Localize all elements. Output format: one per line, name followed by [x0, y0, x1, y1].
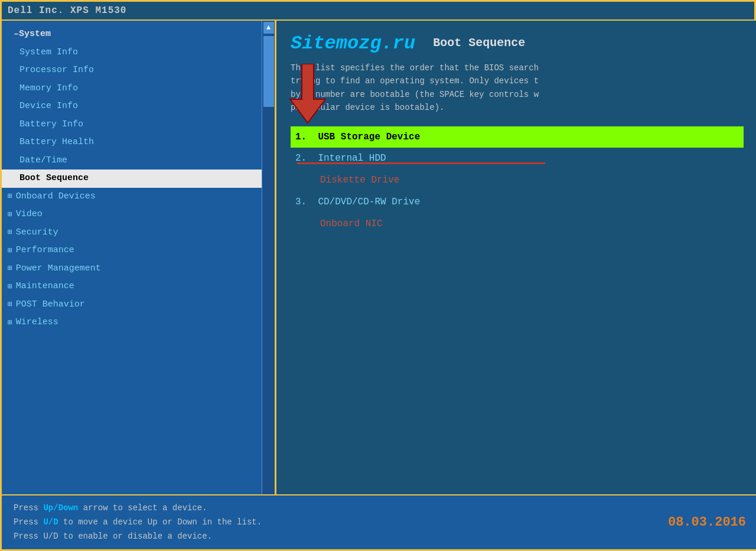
sidebar-item-performance[interactable]: ⊞ Performance: [2, 242, 275, 260]
video-label: Video: [16, 208, 43, 221]
sidebar-item-wireless[interactable]: ⊞ Wireless: [2, 314, 275, 332]
scrollbar-up-button[interactable]: ▲: [263, 22, 274, 34]
sidebar-item-power-management[interactable]: ⊞ Power Management: [2, 260, 275, 278]
sidebar-item-onboard-devices[interactable]: ⊞ Onboard Devices: [2, 188, 275, 206]
expand-icon-onboard: ⊞: [8, 191, 12, 203]
wireless-label: Wireless: [16, 316, 58, 330]
sidebar-item-system[interactable]: –System: [2, 25, 275, 44]
boot-sequence-list: 1. USB Storage Device 2. Internal HDD Di…: [291, 126, 744, 235]
security-label: Security: [16, 226, 58, 240]
sidebar-item-device-info[interactable]: Device Info: [2, 97, 275, 116]
highlight-ud: U/D: [43, 517, 58, 527]
expand-icon-wireless: ⊞: [8, 317, 12, 329]
performance-label: Performance: [16, 244, 74, 257]
processor-info-label: Processor Info: [19, 64, 94, 77]
expand-icon-post: ⊞: [8, 299, 12, 311]
section-title: Boot Sequence: [433, 36, 525, 50]
boot-item-hdd-label: 2. Internal HDD: [295, 150, 386, 167]
expand-icon-maintenance: ⊞: [8, 281, 12, 293]
battery-info-label: Battery Info: [19, 118, 83, 132]
scrollbar-track: ▲ ▼: [262, 21, 275, 517]
boot-item-diskette[interactable]: Diskette Drive: [291, 169, 744, 191]
expand-icon-video: ⊞: [8, 209, 12, 221]
maintenance-label: Maintenance: [16, 280, 74, 294]
sidebar-item-video[interactable]: ⊞ Video: [2, 206, 275, 224]
bios-frame: Dell Inc. XPS M1530 –System System Info …: [0, 0, 756, 551]
expand-icon-security: ⊞: [8, 227, 12, 239]
title-bar: Dell Inc. XPS M1530: [2, 2, 754, 21]
site-name: Sitemozg.ru: [291, 32, 415, 54]
sidebar-item-system-info[interactable]: System Info: [2, 44, 275, 62]
left-panel: –System System Info Processor Info Memor…: [2, 21, 276, 517]
sidebar-item-processor-info[interactable]: Processor Info: [2, 61, 275, 80]
status-bar: Press Up/Down arrow to select a device. …: [2, 494, 756, 549]
right-panel-header: Sitemozg.ru Boot Sequence: [291, 32, 744, 54]
boot-item-diskette-label: Diskette Drive: [320, 172, 399, 189]
sidebar-item-memory-info[interactable]: Memory Info: [2, 80, 275, 98]
expand-icon-performance: ⊞: [8, 245, 12, 257]
boot-sequence-label: Boot Sequence: [19, 172, 89, 185]
power-management-label: Power Management: [16, 262, 101, 276]
status-text: Press Up/Down arrow to select a device. …: [14, 501, 262, 543]
date-display: 08.03.2016: [668, 515, 746, 530]
boot-item-usb[interactable]: 1. USB Storage Device: [291, 126, 744, 148]
battery-health-label: Battery Health: [19, 136, 94, 149]
status-line-1: Press Up/Down arrow to select a device.: [14, 501, 262, 516]
post-behavior-label: POST Behavior: [16, 298, 85, 312]
sidebar-item-maintenance[interactable]: ⊞ Maintenance: [2, 278, 275, 296]
right-panel: Sitemozg.ru Boot Sequence This list spec…: [276, 21, 756, 517]
onboard-devices-label: Onboard Devices: [16, 190, 96, 204]
status-line-2: Press U/D to move a device Up or Down in…: [14, 516, 262, 530]
description-text: This list specifies the order that the B…: [291, 61, 744, 115]
sidebar-item-battery-health[interactable]: Battery Health: [2, 133, 275, 152]
boot-item-cddvd-label: 3. CD/DVD/CD-RW Drive: [295, 194, 420, 211]
status-line-3: Press U/D to enable or disable a device.: [14, 530, 262, 544]
boot-item-nic[interactable]: Onboard NIC: [291, 213, 744, 235]
boot-item-hdd[interactable]: 2. Internal HDD: [291, 148, 744, 169]
sidebar-item-boot-sequence[interactable]: Boot Sequence: [2, 169, 275, 188]
boot-item-nic-label: Onboard NIC: [320, 216, 383, 233]
memory-info-label: Memory Info: [19, 82, 78, 96]
system-info-label: System Info: [19, 46, 78, 60]
boot-item-usb-label: 1. USB Storage Device: [295, 129, 420, 146]
scrollbar-thumb[interactable]: [263, 36, 274, 107]
sidebar-item-battery-info[interactable]: Battery Info: [2, 116, 275, 134]
left-panel-inner: –System System Info Processor Info Memor…: [2, 21, 275, 517]
sidebar-item-security[interactable]: ⊞ Security: [2, 224, 275, 242]
sidebar-item-post-behavior[interactable]: ⊞ POST Behavior: [2, 296, 275, 314]
expand-icon-power: ⊞: [8, 263, 12, 275]
device-info-label: Device Info: [19, 100, 78, 113]
title-bar-text: Dell Inc. XPS M1530: [8, 5, 126, 16]
boot-item-cddvd[interactable]: 3. CD/DVD/CD-RW Drive: [291, 191, 744, 213]
date-time-label: Date/Time: [19, 154, 67, 168]
main-area: –System System Info Processor Info Memor…: [2, 21, 756, 517]
sidebar-item-date-time[interactable]: Date/Time: [2, 152, 275, 170]
system-label: –System: [14, 28, 51, 41]
highlight-updown: Up/Down: [43, 503, 78, 513]
